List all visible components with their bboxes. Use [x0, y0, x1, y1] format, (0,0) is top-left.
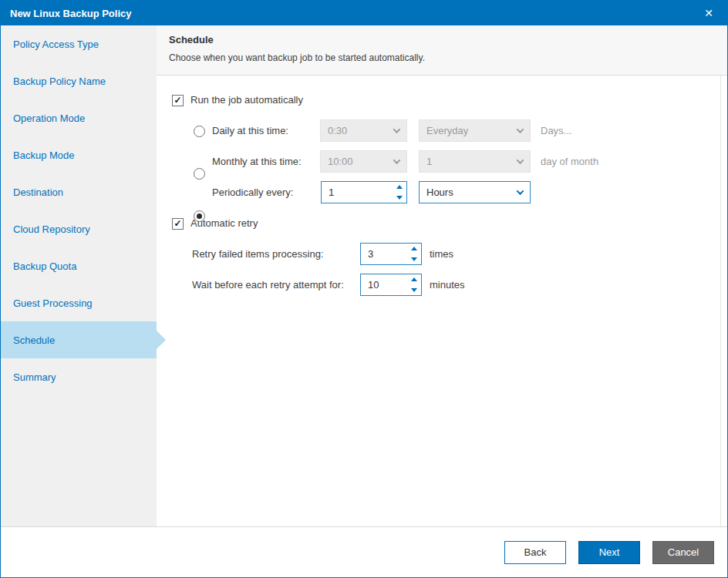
periodically-value-spinner[interactable]: 1: [321, 181, 407, 203]
page-description: Choose when you want backup job to be st…: [169, 52, 715, 63]
spinner-up-button[interactable]: [393, 182, 406, 193]
minutes-label: minutes: [430, 274, 465, 297]
spinner-up-button[interactable]: [407, 274, 421, 285]
cancel-button[interactable]: Cancel: [652, 541, 714, 564]
back-button[interactable]: Back: [504, 541, 566, 564]
title-bar: New Linux Backup Policy ✕: [1, 1, 727, 25]
arrow-up-icon: [396, 185, 403, 189]
days-button-label: Days...: [541, 119, 571, 143]
daily-label: Daily at this time:: [212, 119, 288, 143]
arrow-up-icon: [411, 247, 417, 250]
spinner-down-button[interactable]: [407, 254, 421, 265]
day-of-month-label: day of month: [541, 150, 598, 173]
sidebar-item-backup-policy-name[interactable]: Backup Policy Name: [1, 62, 157, 99]
monthly-time-select[interactable]: 10:00: [320, 150, 407, 173]
run-automatically-label: Run the job automatically: [190, 89, 303, 112]
sidebar-item-schedule[interactable]: Schedule: [1, 321, 157, 358]
sidebar-item-guest-processing[interactable]: Guest Processing: [1, 284, 157, 321]
chevron-down-icon: [517, 156, 524, 164]
check-icon: ✓: [174, 219, 181, 228]
sidebar-item-backup-quota[interactable]: Backup Quota: [1, 247, 157, 284]
spinner-down-button[interactable]: [407, 285, 421, 296]
automatic-retry-label: Automatic retry: [190, 212, 258, 235]
next-button[interactable]: Next: [578, 541, 640, 564]
spinner-up-button[interactable]: [407, 244, 421, 254]
monthly-label: Monthly at this time:: [212, 150, 302, 173]
retry-wait-spinner[interactable]: 10: [360, 274, 422, 296]
monthly-radio[interactable]: [194, 168, 205, 180]
retry-count-label: Retry failed items processing:: [192, 243, 324, 266]
arrow-down-icon: [411, 257, 417, 261]
arrow-down-icon: [396, 196, 403, 200]
spinner-down-button[interactable]: [393, 193, 406, 203]
sidebar-item-summary[interactable]: Summary: [1, 358, 157, 395]
chevron-down-icon: [517, 126, 524, 133]
footer-bar: Back Next Cancel: [1, 526, 727, 577]
panel-header: Schedule Choose when you want backup job…: [157, 25, 727, 76]
page-title: Schedule: [169, 34, 715, 45]
close-icon[interactable]: ✕: [699, 5, 718, 22]
periodically-label: Periodically every:: [212, 181, 294, 204]
sidebar-item-cloud-repository[interactable]: Cloud Repository: [1, 210, 157, 247]
daily-radio[interactable]: [194, 126, 205, 137]
arrow-down-icon: [411, 288, 417, 292]
chevron-down-icon: [393, 126, 401, 133]
sidebar-item-policy-access-type[interactable]: Policy Access Type: [1, 25, 157, 62]
daily-day-select[interactable]: Everyday: [419, 119, 531, 142]
dialog-body: Policy Access Type Backup Policy Name Op…: [1, 25, 727, 526]
monthly-day-select[interactable]: 1: [419, 150, 531, 173]
scrollbar-track: [720, 76, 721, 526]
periodically-unit-select[interactable]: Hours: [419, 181, 531, 203]
daily-time-select[interactable]: 0:30: [320, 119, 407, 142]
sidebar-item-operation-mode[interactable]: Operation Mode: [1, 99, 157, 136]
chevron-down-icon: [517, 187, 524, 195]
times-label: times: [430, 243, 453, 266]
sidebar-item-destination[interactable]: Destination: [1, 173, 157, 210]
dialog-window: New Linux Backup Policy ✕ Policy Access …: [0, 0, 728, 578]
wizard-sidebar: Policy Access Type Backup Policy Name Op…: [1, 25, 157, 526]
automatic-retry-checkbox[interactable]: ✓: [172, 218, 184, 230]
retry-count-spinner[interactable]: 3: [360, 243, 422, 265]
sidebar-item-backup-mode[interactable]: Backup Mode: [1, 136, 157, 173]
check-icon: ✓: [174, 96, 181, 105]
arrow-up-icon: [411, 277, 417, 281]
run-automatically-checkbox[interactable]: ✓: [172, 95, 184, 106]
retry-wait-label: Wait before each retry attempt for:: [192, 274, 344, 297]
window-title: New Linux Backup Policy: [10, 8, 132, 19]
chevron-down-icon: [393, 156, 401, 164]
content-panel: Schedule Choose when you want backup job…: [157, 25, 727, 526]
